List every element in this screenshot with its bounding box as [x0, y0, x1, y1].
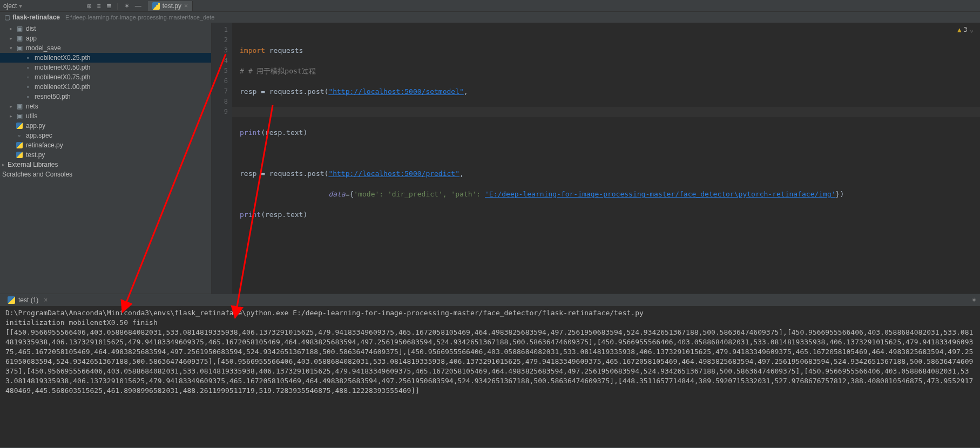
tree-item-model_save[interactable]: ▾▣model_save [0, 43, 211, 53]
tree-item-label: mobilenetX1.00.pth [35, 83, 90, 91]
tree-item-mobilenetX0-75-pth[interactable]: ▫mobilenetX0.75.pth [0, 72, 211, 82]
file-icon: ▫ [24, 64, 32, 71]
folder-icon: ▣ [15, 112, 24, 120]
tree-item-app[interactable]: ▸▣app [0, 33, 211, 43]
tree-item-utils[interactable]: ▸▣utils [0, 111, 211, 121]
tree-item-label: test.py [26, 151, 45, 159]
inspection-badge[interactable]: ▲ 3 ⌄ [957, 25, 974, 35]
collapse-icon[interactable]: ≡ [97, 2, 101, 10]
tree-item-label: nets [26, 103, 38, 110]
dropdown-chevron-icon[interactable]: ▾ [19, 2, 22, 10]
close-tab-icon[interactable]: × [184, 2, 188, 10]
tree-item-mobilenetX1-00-pth[interactable]: ▫mobilenetX1.00.pth [0, 82, 211, 92]
tree-item-label: app.spec [26, 132, 52, 139]
close-run-tab-icon[interactable]: × [44, 296, 48, 304]
tree-item-label: mobilenetX0.25.pth [35, 54, 90, 62]
expand-icon[interactable]: ≣ [106, 2, 112, 10]
run-console[interactable]: D:\ProgramData\Anaconda\Miniconda3\envs\… [0, 306, 980, 447]
tree-item-label: dist [26, 25, 36, 32]
code-editor[interactable]: import requests # # 用于模拟post过程 resp = re… [232, 23, 980, 294]
folder-icon: ▣ [15, 35, 24, 42]
tree-item-label: resnet50.pth [35, 93, 71, 100]
file-icon: ▫ [24, 73, 32, 81]
tree-item-label: retinaface.py [26, 141, 63, 149]
tree-item-dist[interactable]: ▸▣dist [0, 24, 211, 33]
settings-icon[interactable]: ✶ [124, 2, 130, 10]
tree-item-resnet50-pth[interactable]: ▫resnet50.pth [0, 92, 211, 101]
run-tab-label: test (1) [18, 296, 38, 304]
file-icon: ▫ [24, 93, 32, 100]
breadcrumb: ▢ flask-retinaface E:\deep-learning-for-… [0, 12, 980, 23]
tree-item-app-spec[interactable]: ▫app.spec [0, 131, 211, 140]
folder-icon: ▣ [15, 25, 24, 32]
python-file-icon [8, 296, 15, 304]
line-gutter: 123456789 [212, 23, 232, 294]
tree-item-label: app [26, 35, 37, 42]
run-settings-icon[interactable]: ✶ [971, 296, 977, 304]
external-libraries[interactable]: ▸External Libraries [0, 160, 211, 169]
python-file-icon [15, 123, 24, 129]
folder-icon: ▣ [15, 103, 24, 110]
tree-item-label: utils [26, 112, 37, 120]
file-icon: ▫ [24, 83, 32, 91]
warning-icon: ▲ [957, 25, 961, 35]
tree-item-label: app.py [26, 122, 45, 130]
file-icon: ▫ [15, 132, 24, 139]
tree-item-retinaface-py[interactable]: retinaface.py [0, 140, 211, 150]
tree-item-app-py[interactable]: app.py [0, 121, 211, 131]
run-tab[interactable]: test (1) × [4, 295, 51, 305]
warning-count: 3 [964, 25, 968, 35]
editor-tab-label: test.py [163, 2, 181, 10]
python-file-icon [152, 2, 160, 10]
folder-icon: ▣ [15, 44, 24, 52]
editor-tab-test[interactable]: test.py × [148, 1, 193, 11]
tree-item-label: mobilenetX0.75.pth [35, 73, 90, 81]
project-name: flask-retinaface [12, 13, 60, 21]
target-icon[interactable]: ⊕ [86, 2, 92, 10]
python-file-icon [15, 142, 24, 148]
project-dropdown[interactable]: oject [3, 2, 17, 10]
scratches-consoles[interactable]: Scratches and Consoles [0, 169, 211, 179]
python-file-icon [15, 152, 24, 158]
folder-icon: ▢ [4, 13, 10, 21]
tree-item-test-py[interactable]: test.py [0, 150, 211, 160]
file-icon: ▫ [24, 54, 32, 62]
tree-item-nets[interactable]: ▸▣nets [0, 101, 211, 111]
tree-item-label: model_save [26, 44, 61, 52]
tree-item-label: mobilenetX0.50.pth [35, 64, 90, 71]
tree-item-mobilenetX0-25-pth[interactable]: ▫mobilenetX0.25.pth [0, 53, 211, 63]
project-tree[interactable]: ▸▣dist▸▣app▾▣model_save▫mobilenetX0.25.p… [0, 23, 212, 294]
tree-item-mobilenetX0-50-pth[interactable]: ▫mobilenetX0.50.pth [0, 63, 211, 72]
hide-icon[interactable]: — [135, 2, 141, 10]
project-path: E:\deep-learning-for-image-processing-ma… [65, 14, 214, 21]
